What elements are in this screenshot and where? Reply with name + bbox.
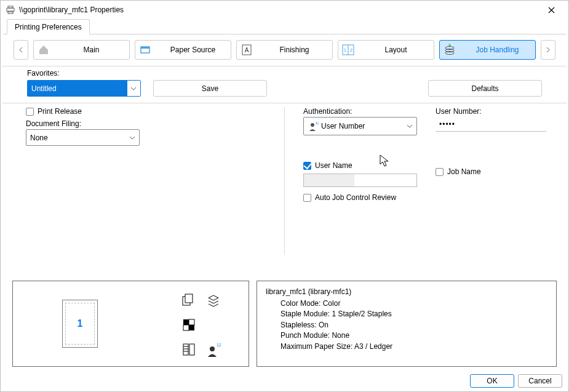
- chevron-down-icon: [130, 87, 137, 90]
- svg-rect-17: [185, 294, 193, 303]
- svg-rect-18: [183, 319, 189, 325]
- auto-job-checkbox[interactable]: Auto Job Control Review: [303, 193, 417, 202]
- chevron-down-icon: [129, 136, 135, 140]
- user-number-input[interactable]: •••••: [436, 117, 546, 132]
- svg-text:123: 123: [217, 343, 221, 347]
- binding-icon: [181, 342, 197, 358]
- cancel-label: Cancel: [528, 377, 551, 385]
- category-paper-source[interactable]: Paper Source: [135, 40, 231, 60]
- svg-rect-20: [183, 325, 189, 330]
- dialog-footer: OK Cancel: [470, 374, 562, 388]
- chevron-down-icon: [407, 124, 413, 128]
- close-button[interactable]: [539, 1, 563, 19]
- scroll-left-button[interactable]: [14, 40, 28, 60]
- chevron-right-icon: [546, 47, 551, 53]
- device-info-panel: library_mfc1 (library-mfc1) Color Mode: …: [257, 281, 557, 367]
- svg-point-14: [311, 123, 314, 127]
- tab-printing-preferences[interactable]: Printing Preferences: [7, 19, 90, 34]
- device-name: library_mfc1 (library-mfc1): [266, 287, 547, 296]
- job-name-input[interactable]: [436, 180, 546, 193]
- defaults-label: Defaults: [471, 84, 498, 93]
- user-name-checkbox[interactable]: User Name: [303, 161, 417, 170]
- favorites-row: Favorites: Untitled Save Defaults: [2, 66, 567, 103]
- svg-rect-1: [8, 6, 13, 8]
- tab-label: Printing Preferences: [15, 23, 82, 31]
- chevron-left-icon: [18, 47, 23, 53]
- job-name-checkbox[interactable]: Job Name: [436, 167, 546, 176]
- cancel-button[interactable]: Cancel: [518, 374, 562, 388]
- authentication-label: Authentication:: [303, 107, 417, 116]
- svg-rect-22: [183, 344, 188, 355]
- properties-dialog: \\goprint\library_mfc1 Properties Printi…: [0, 0, 569, 392]
- tab-strip: Printing Preferences: [3, 19, 566, 34]
- category-bar: Main Paper Source A Finishing 12 Layout …: [2, 35, 567, 66]
- user-number-icon: 123: [308, 121, 319, 132]
- svg-text:1: 1: [344, 47, 347, 53]
- category-main[interactable]: Main: [33, 40, 130, 60]
- category-layout[interactable]: 12 Layout: [338, 40, 434, 60]
- tray-icon: [138, 42, 153, 57]
- svg-text:A: A: [245, 47, 249, 54]
- save-button[interactable]: Save: [153, 80, 267, 97]
- category-job-handling[interactable]: Job Handling: [439, 40, 536, 60]
- user-number-value: •••••: [439, 120, 455, 129]
- info-punch-module: Punch Module: None: [281, 330, 547, 341]
- checkbox-icon: [436, 168, 444, 176]
- user-123-icon: 123: [205, 342, 221, 358]
- authentication-select[interactable]: 123 User Number: [303, 117, 417, 135]
- titlebar: \\goprint\library_mfc1 Properties: [1, 1, 568, 19]
- svg-rect-23: [189, 344, 194, 355]
- svg-rect-19: [189, 319, 194, 325]
- category-label: Job Handling: [462, 46, 533, 54]
- document-filing-label: Document Filing:: [26, 119, 266, 128]
- favorites-label: Favorites:: [27, 69, 141, 78]
- page-preview-panel: 1 123: [12, 281, 249, 367]
- close-icon: [548, 7, 555, 14]
- defaults-button[interactable]: Defaults: [428, 80, 542, 97]
- info-staple-module: Staple Module: 1 Staple/2 Staples: [281, 309, 547, 319]
- svg-rect-21: [189, 325, 194, 330]
- page-thumbnail: 1: [62, 300, 98, 348]
- layout-12-icon: 12: [341, 42, 356, 57]
- checkbox-icon: [26, 108, 34, 116]
- category-label: Paper Source: [157, 46, 228, 54]
- print-release-checkbox[interactable]: Print Release: [26, 107, 266, 116]
- info-max-paper: Maximum Paper Size: A3 / Ledger: [281, 342, 547, 352]
- favorites-value: Untitled: [31, 84, 57, 93]
- user-name-label: User Name: [315, 161, 352, 170]
- category-label: Layout: [360, 46, 431, 54]
- category-finishing[interactable]: A Finishing: [236, 40, 333, 60]
- auto-job-label: Auto Job Control Review: [315, 193, 396, 202]
- category-label: Finishing: [259, 46, 330, 54]
- checkbox-icon: [303, 194, 311, 202]
- document-filing-select[interactable]: None: [26, 129, 140, 146]
- user-number-label: User Number:: [436, 107, 546, 116]
- stack-icon: [205, 292, 221, 308]
- svg-point-27: [210, 346, 215, 351]
- svg-rect-4: [141, 47, 149, 49]
- save-label: Save: [202, 84, 218, 93]
- user-name-input[interactable]: [303, 174, 417, 187]
- main-area: Print Release Document Filing: None Auth…: [1, 103, 568, 255]
- document-filing-value: None: [30, 134, 48, 142]
- ok-button[interactable]: OK: [470, 374, 514, 388]
- copies-icon: [181, 292, 197, 308]
- category-label: Main: [56, 46, 127, 54]
- scroll-right-button[interactable]: [541, 40, 555, 60]
- svg-text:2: 2: [350, 47, 353, 53]
- home-icon: [36, 42, 51, 57]
- page-a-icon: A: [239, 42, 254, 57]
- window-title: \\goprint\library_mfc1 Properties: [19, 6, 539, 14]
- checkbox-checked-icon: [303, 162, 311, 170]
- svg-text:123: 123: [316, 121, 319, 125]
- info-stapleless: Stapleless: On: [281, 320, 547, 330]
- page-number: 1: [78, 318, 83, 329]
- job-stack-icon: [442, 42, 457, 57]
- favorites-select[interactable]: Untitled: [27, 80, 141, 97]
- authentication-value: User Number: [321, 122, 365, 130]
- ok-label: OK: [487, 377, 497, 385]
- print-release-label: Print Release: [38, 107, 82, 116]
- info-color-mode: Color Mode: Color: [281, 298, 547, 309]
- printer-icon: [6, 5, 15, 15]
- color-checker-icon: [181, 317, 197, 333]
